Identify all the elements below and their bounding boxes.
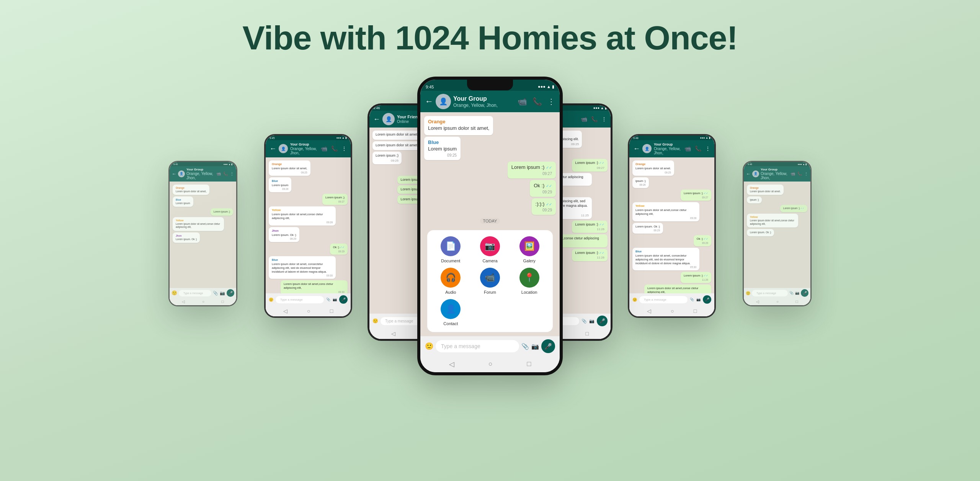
- avatar: 👤: [382, 113, 395, 125]
- video-call-icon[interactable]: 📹: [518, 97, 527, 106]
- emoji-icon[interactable]: 🙂: [172, 290, 177, 296]
- video-call-icon[interactable]: 📹: [684, 146, 691, 152]
- attach-camera[interactable]: 📷 Camera: [473, 236, 508, 263]
- camera-icon[interactable]: 📷: [589, 319, 595, 324]
- msg-sender: Blue: [635, 250, 696, 253]
- recents-nav-icon[interactable]: □: [527, 360, 531, 368]
- msg-text: Ok :) ✓✓: [333, 245, 345, 249]
- status-bar: 9:48 ●●● ▲ ▮: [744, 162, 810, 166]
- date-divider: TODAY: [480, 218, 500, 224]
- msg-time: 09:28: [635, 217, 696, 219]
- message-input[interactable]: Type a message: [752, 290, 788, 296]
- emoji-icon[interactable]: 🙂: [269, 298, 273, 302]
- phone-notch: [467, 80, 513, 90]
- msg-sent: Lorem ipsum ;) 09:27: [322, 194, 348, 205]
- video-call-icon[interactable]: 📹: [216, 172, 221, 176]
- video-call-icon[interactable]: 📹: [791, 172, 795, 176]
- back-icon[interactable]: ←: [373, 115, 380, 123]
- message-input[interactable]: Type a message: [436, 340, 519, 352]
- back-icon[interactable]: ←: [425, 97, 433, 106]
- camera-icon[interactable]: 📷: [220, 291, 225, 296]
- msg-received: ipsum :) 09:26: [632, 177, 649, 188]
- attach-gallery[interactable]: 🖼️ Galery: [512, 236, 547, 263]
- home-nav-icon[interactable]: ○: [671, 308, 674, 314]
- attach-icon[interactable]: 📎: [326, 298, 330, 301]
- msg-received: Yellow Lorem ipsum dolor sit amet,conse …: [173, 217, 224, 231]
- wa-screen-third-right: 9:48 ●●● ▲ ▮ ← 👤 Your Group Orange, Yell…: [629, 136, 714, 316]
- mic-button[interactable]: 🎤: [227, 289, 234, 297]
- message-input[interactable]: Type a message: [276, 296, 324, 303]
- video-call-icon[interactable]: 📹: [321, 146, 327, 152]
- attach-icon[interactable]: 📎: [690, 298, 694, 301]
- mic-button[interactable]: 🎤: [339, 295, 348, 304]
- back-icon[interactable]: ←: [270, 145, 276, 153]
- back-nav-icon[interactable]: ◁: [182, 299, 185, 304]
- home-nav-icon[interactable]: ○: [307, 308, 310, 314]
- attach-document[interactable]: 📄 Document: [433, 236, 468, 263]
- back-nav-icon[interactable]: ◁: [756, 299, 759, 304]
- wa-screen-far-left: 9:45 ●●● ▲ ▮ ← 👤 Your Group Orange, Yell…: [170, 162, 236, 305]
- menu-icon[interactable]: ⋮: [341, 146, 347, 152]
- emoji-icon[interactable]: 🙂: [372, 318, 378, 324]
- call-icon[interactable]: 📞: [223, 172, 228, 176]
- attach-icon[interactable]: 📎: [789, 291, 794, 295]
- home-nav-icon[interactable]: ○: [488, 360, 493, 368]
- emoji-icon[interactable]: 🙂: [746, 291, 750, 295]
- mic-button[interactable]: 🎤: [801, 289, 808, 297]
- message-input[interactable]: Type a message: [639, 296, 688, 303]
- menu-icon[interactable]: ⋮: [804, 172, 808, 176]
- attach-audio[interactable]: 🎧 Audio: [433, 268, 468, 294]
- recents-nav-icon[interactable]: □: [586, 330, 589, 337]
- attach-contact[interactable]: 👤 Contact: [433, 299, 468, 326]
- back-nav-icon[interactable]: ◁: [391, 330, 395, 337]
- recents-nav-icon[interactable]: □: [694, 308, 697, 314]
- back-nav-icon[interactable]: ◁: [283, 308, 287, 314]
- mic-button[interactable]: 🎤: [703, 295, 711, 304]
- camera-icon[interactable]: 📷: [696, 298, 701, 301]
- attach-icon[interactable]: 📎: [213, 291, 218, 296]
- camera-label: Camera: [482, 258, 497, 263]
- menu-icon[interactable]: ⋮: [230, 172, 234, 176]
- home-nav-icon[interactable]: ○: [776, 299, 779, 304]
- back-icon[interactable]: ←: [633, 145, 640, 153]
- recents-nav-icon[interactable]: □: [222, 299, 224, 304]
- menu-icon[interactable]: ⋮: [547, 97, 555, 106]
- call-icon[interactable]: 📞: [532, 97, 542, 106]
- call-icon[interactable]: 📞: [695, 146, 701, 152]
- attach-location[interactable]: 📍 Location: [512, 268, 547, 294]
- emoji-icon[interactable]: 🙂: [425, 342, 433, 350]
- mic-button[interactable]: 🎤: [597, 316, 608, 326]
- input-bar: 🙂 Type a message 📎 📷 🎤: [170, 288, 236, 298]
- attach-forum[interactable]: 📹 Forum: [473, 268, 508, 294]
- camera-icon[interactable]: 📷: [531, 343, 539, 350]
- recents-nav-icon[interactable]: □: [796, 299, 798, 304]
- recents-nav-icon[interactable]: □: [330, 308, 333, 314]
- page-wrapper: Vibe with 1024 Homies at Once! 9:45 ●●● …: [0, 0, 980, 481]
- camera-icon[interactable]: 📷: [795, 291, 799, 295]
- call-icon[interactable]: 📞: [591, 116, 598, 122]
- call-icon[interactable]: 📞: [797, 172, 802, 176]
- msg-text: Lorem ipsum :) ✓✓: [575, 161, 604, 165]
- time: 9:48: [633, 137, 639, 139]
- attach-icon[interactable]: 📎: [521, 343, 529, 350]
- menu-icon[interactable]: ⋮: [705, 146, 710, 152]
- video-call-icon[interactable]: 📹: [581, 116, 587, 122]
- menu-icon[interactable]: ⋮: [601, 116, 607, 122]
- mic-button[interactable]: 🎤: [541, 339, 555, 353]
- emoji-icon[interactable]: 🙂: [632, 298, 637, 302]
- back-nav-icon[interactable]: ◁: [449, 360, 454, 368]
- msg-time: 09:29: [333, 250, 345, 253]
- back-icon[interactable]: ←: [746, 171, 751, 177]
- back-nav-icon[interactable]: ◁: [647, 308, 651, 314]
- message-input[interactable]: Type a message: [179, 290, 211, 296]
- msg-time: 11:26: [575, 227, 604, 231]
- msg-sender: Jhon: [176, 234, 197, 237]
- home-nav-icon[interactable]: ○: [202, 299, 204, 304]
- msg-sender: Orange: [176, 187, 206, 189]
- attach-icon[interactable]: 📎: [581, 319, 587, 324]
- back-icon[interactable]: ←: [172, 171, 176, 177]
- camera-icon[interactable]: 📷: [333, 298, 337, 301]
- chat-area: Orange Lorem ipsum dolor sit amet. 09:25…: [629, 157, 714, 293]
- call-icon[interactable]: 📞: [331, 146, 338, 152]
- audio-icon: 🎧: [441, 268, 461, 288]
